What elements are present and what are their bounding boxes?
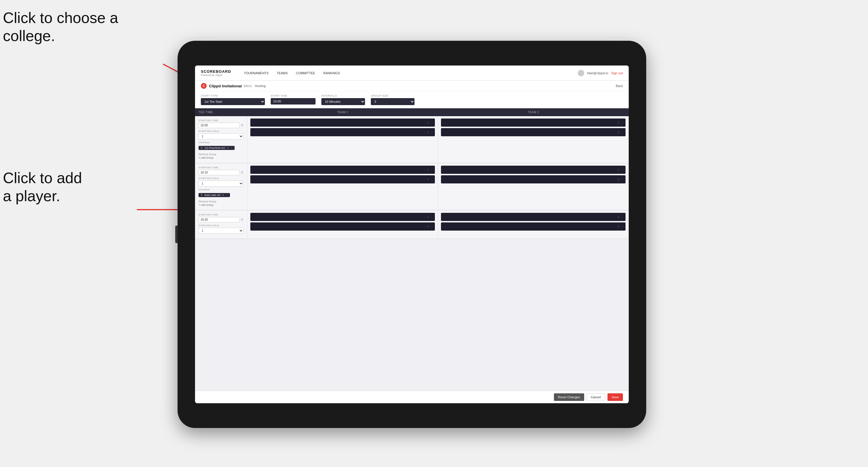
reset-button[interactable]: Reset Changes <box>554 393 584 401</box>
more-icon-6-1: ⋮ <box>621 215 624 219</box>
player-slot-4-1[interactable]: ✕ ⋮ <box>441 166 625 174</box>
save-button[interactable]: Save <box>608 393 623 401</box>
starting-hole-label-2: STARTING HOLE: <box>198 177 244 180</box>
remove-group-2[interactable]: Remove Group <box>198 200 244 203</box>
expand-icon-6-2: ✕ <box>617 225 620 228</box>
clock-icon-3: ⏱ <box>241 218 244 221</box>
starting-time-row-2: ⏱ <box>198 170 244 175</box>
user-email: blair@clippd.io <box>587 71 608 75</box>
action-links-1: Remove Group + Add Group <box>198 153 244 159</box>
sub-header: C Clippd Invitational (Men) Hosting Back <box>195 81 629 91</box>
more-icon-3-2: ⋮ <box>430 178 433 181</box>
edit-course-1[interactable]: ⋮ <box>230 147 233 149</box>
team2-cell-3: ✕ ⋮ ✕ ⋮ <box>438 211 629 239</box>
expand-icon-6-1: ✕ <box>617 215 620 219</box>
expand-icon-2-2: ✕ <box>617 131 620 134</box>
player-slot-3-1[interactable]: ✕ ⋮ <box>250 166 435 174</box>
nav-tournaments[interactable]: TOURNAMENTS <box>240 65 273 81</box>
bottom-bar: Reset Changes Cancel Save <box>195 391 629 403</box>
player-slot-5-1[interactable]: ✕ ⋮ <box>250 213 435 221</box>
starting-hole-select-3[interactable]: 1 10 <box>198 228 244 234</box>
player-slot-2-1[interactable]: ✕ ⋮ <box>441 119 625 127</box>
annotation-add-player: Click to adda player. <box>3 169 82 205</box>
clock-icon-2: ⏱ <box>241 171 244 174</box>
table-row: STARTING TIME: ⏱ STARTING HOLE: 1 10 <box>195 211 629 239</box>
nav-rankings[interactable]: RANKINGS <box>319 65 344 81</box>
start-type-group: Start Type 1st Tee Start Shotgun Start <box>201 94 265 105</box>
intervals-select[interactable]: 10 Minutes 8 Minutes 12 Minutes <box>321 98 365 105</box>
th-team1: Team 1 <box>247 108 438 116</box>
course-name-1: (A) Peachtree GC <box>205 147 225 149</box>
team2-cell-2: ✕ ⋮ ✕ ⋮ <box>438 163 629 210</box>
nav-teams[interactable]: TEAMS <box>273 65 292 81</box>
start-time-group: Start Time <box>271 94 315 105</box>
team2-cell-1: ✕ ⋮ ✕ ⋮ <box>438 116 629 163</box>
tee-left-3: STARTING TIME: ⏱ STARTING HOLE: 1 10 <box>195 211 247 239</box>
add-group-2[interactable]: + Add Group <box>198 204 244 207</box>
more-icon-6-2: ⋮ <box>621 225 624 228</box>
player-slot-3-2[interactable]: ✕ ⋮ <box>250 175 435 183</box>
starting-hole-select-1[interactable]: 1 10 <box>198 133 244 139</box>
starting-time-row-1: ⏱ <box>198 123 244 128</box>
remove-group-1[interactable]: Remove Group <box>198 153 244 156</box>
more-icon-4-1: ⋮ <box>621 168 624 172</box>
more-icon-3-1: ⋮ <box>430 168 433 172</box>
add-group-1[interactable]: + Add Group <box>198 156 244 159</box>
tablet-screen: SCOREBOARD Powered by clippd TOURNAMENTS… <box>195 65 629 403</box>
player-slot-6-1[interactable]: ✕ ⋮ <box>441 213 625 221</box>
th-tee-time: Tee Time <box>195 108 247 116</box>
sign-out-link[interactable]: Sign out <box>611 71 623 75</box>
th-team2: Team 2 <box>438 108 629 116</box>
more-icon-1-1: ⋮ <box>430 121 433 124</box>
edit-course-2[interactable]: ⋮ <box>225 194 228 196</box>
start-type-select[interactable]: 1st Tee Start Shotgun Start <box>201 98 265 105</box>
starting-hole-select-2[interactable]: 1 10 <box>198 181 244 187</box>
brand-sub: Powered by clippd <box>201 74 231 76</box>
user-avatar <box>578 70 584 76</box>
player-slot-6-2[interactable]: ✕ ⋮ <box>441 222 625 230</box>
team1-cell-3: ✕ ⋮ ✕ ⋮ <box>247 211 438 239</box>
expand-icon-2-1: ✕ <box>617 121 620 124</box>
remove-course-2[interactable]: ✕ <box>222 194 224 196</box>
starting-hole-row-2: 1 10 <box>198 181 244 187</box>
table-row: STARTING TIME: ⏱ STARTING HOLE: 1 10 <box>195 116 629 163</box>
tee-times-list: STARTING TIME: ⏱ STARTING HOLE: 1 10 <box>195 116 629 391</box>
player-slot-1-2[interactable]: ✕ ⋮ <box>250 128 435 136</box>
form-row: Start Type 1st Tee Start Shotgun Start S… <box>195 91 629 108</box>
player-slot-5-2[interactable]: ✕ ⋮ <box>250 222 435 230</box>
start-time-label: Start Time <box>271 94 315 97</box>
group-size-select[interactable]: 3 4 2 <box>371 98 414 105</box>
group-size-group: Group Size 3 4 2 <box>371 94 414 105</box>
more-icon-2-2: ⋮ <box>621 131 624 134</box>
starting-hole-row-3: 1 10 <box>198 228 244 234</box>
player-slot-4-2[interactable]: ✕ ⋮ <box>441 175 625 183</box>
player-slot-1-1[interactable]: ✕ ⋮ <box>250 119 435 127</box>
team1-cell-1: ✕ ⋮ ✕ ⋮ <box>247 116 438 163</box>
expand-icon-4-1: ✕ <box>617 168 620 172</box>
starting-time-input-3[interactable] <box>198 217 240 222</box>
start-time-input[interactable] <box>271 98 315 104</box>
annotation-choose-college: Click to choose acollege. <box>3 9 118 45</box>
cancel-button[interactable]: Cancel <box>587 393 605 401</box>
tablet-side-button <box>175 226 178 243</box>
navbar: SCOREBOARD Powered by clippd TOURNAMENTS… <box>195 65 629 81</box>
tournament-title: Clippd Invitational <box>209 84 242 88</box>
starting-hole-row-1: 1 10 <box>198 133 244 139</box>
action-links-2: Remove Group + Add Group <box>198 200 244 207</box>
player-slot-2-2[interactable]: ✕ ⋮ <box>441 128 625 136</box>
back-button[interactable]: Back <box>616 84 623 88</box>
expand-icon-3-1: ✕ <box>427 168 429 172</box>
more-icon-2-1: ⋮ <box>621 121 624 124</box>
starting-time-input-2[interactable] <box>198 170 240 175</box>
expand-icon-1-2: ✕ <box>427 131 429 134</box>
intervals-group: Intervals 10 Minutes 8 Minutes 12 Minute… <box>321 94 365 105</box>
sub-header-logo: C <box>201 83 207 89</box>
starting-time-row-3: ⏱ <box>198 217 244 222</box>
start-type-label: Start Type <box>201 94 265 97</box>
nav-committee[interactable]: COMMITTEE <box>292 65 319 81</box>
expand-icon-1-1: ✕ <box>427 121 429 124</box>
starting-time-input-1[interactable] <box>198 123 240 128</box>
course-label-1: COURSE: <box>198 141 244 144</box>
nav-right: blair@clippd.io Sign out <box>578 70 623 76</box>
remove-course-1[interactable]: ✕ <box>227 147 229 149</box>
